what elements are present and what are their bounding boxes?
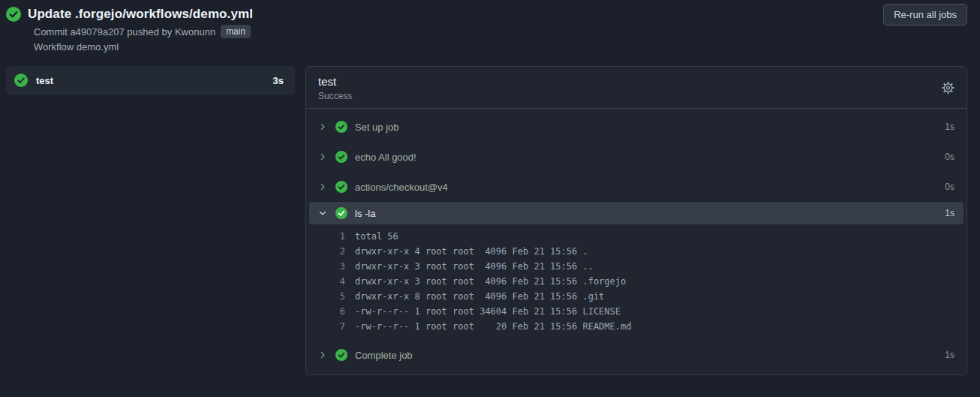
step-duration: 1s <box>945 208 954 218</box>
log-line-text: total 56 <box>355 231 398 242</box>
check-circle-icon <box>335 121 347 133</box>
step-duration: 0s <box>945 182 954 192</box>
log-line: 2 drwxr-xr-x 4 root root 4096 Feb 21 15:… <box>306 244 966 259</box>
log-line-number[interactable]: 2 <box>306 246 345 257</box>
check-circle-icon <box>6 7 21 22</box>
check-circle-icon <box>335 207 347 219</box>
branch-badge[interactable]: main <box>221 25 251 38</box>
log-line: 4 drwxr-xr-x 3 root root 4096 Feb 21 15:… <box>306 274 966 289</box>
log-line-text: -rw-r--r-- 1 root root 20 Feb 21 15:56 R… <box>355 321 631 332</box>
rerun-all-jobs-button[interactable]: Re-run all jobs <box>883 4 967 26</box>
chevron-down-icon <box>318 209 329 218</box>
step-log-output: 1 total 56 2 drwxr-xr-x 4 root root 4096… <box>306 224 966 340</box>
job-detail-panel: test Success <box>305 66 967 375</box>
step-duration: 1s <box>945 122 954 132</box>
step-label: ls -la <box>355 208 375 219</box>
log-line-number[interactable]: 7 <box>306 321 345 332</box>
chevron-right-icon <box>318 350 329 359</box>
step-label: actions/checkout@v4 <box>355 182 448 193</box>
log-line-number[interactable]: 6 <box>306 306 345 317</box>
job-title: test <box>318 75 954 88</box>
step-duration: 0s <box>945 152 954 162</box>
check-circle-icon <box>14 74 28 87</box>
job-status-text: Success <box>318 91 954 101</box>
job-panel-header: test Success <box>306 67 966 109</box>
run-header: Update .forgejo/workflows/demo.yml Commi… <box>0 0 980 60</box>
step-label: Complete job <box>355 350 413 361</box>
log-line-text: -rw-r--r-- 1 root root 34604 Feb 21 15:5… <box>355 306 621 317</box>
chevron-right-icon <box>318 152 329 161</box>
job-duration: 3s <box>273 75 284 86</box>
step-duration: 1s <box>945 350 954 360</box>
commit-info: Commit a49079a207 pushed by Kwonunn <box>34 26 215 38</box>
check-circle-icon <box>335 151 347 163</box>
log-line-text: drwxr-xr-x 3 root root 4096 Feb 21 15:56… <box>355 276 626 287</box>
jobs-sidebar: test 3s <box>6 66 295 95</box>
log-line: 3 drwxr-xr-x 3 root root 4096 Feb 21 15:… <box>306 259 966 274</box>
log-line-number[interactable]: 5 <box>306 291 345 302</box>
check-circle-icon <box>335 181 347 193</box>
step-label: echo All good! <box>355 152 416 163</box>
log-line-text: drwxr-xr-x 4 root root 4096 Feb 21 15:56… <box>355 246 588 257</box>
job-name: test <box>36 75 53 86</box>
check-circle-icon <box>335 349 347 361</box>
log-line-number[interactable]: 1 <box>306 231 345 242</box>
step-row-complete-job[interactable]: Complete job 1s <box>306 340 966 370</box>
log-line: 5 drwxr-xr-x 8 root root 4096 Feb 21 15:… <box>306 289 966 304</box>
gear-icon[interactable] <box>941 80 955 95</box>
chevron-right-icon <box>318 122 329 131</box>
step-row-echo[interactable]: echo All good! 0s <box>306 142 966 172</box>
log-line-text: drwxr-xr-x 3 root root 4096 Feb 21 15:56… <box>355 261 594 272</box>
log-line: 6 -rw-r--r-- 1 root root 34604 Feb 21 15… <box>306 304 966 319</box>
step-row-checkout[interactable]: actions/checkout@v4 0s <box>306 172 966 202</box>
sidebar-job-test[interactable]: test 3s <box>6 66 295 95</box>
log-line-number[interactable]: 3 <box>306 261 345 272</box>
page-title: Update .forgejo/workflows/demo.yml <box>28 7 253 22</box>
step-label: Set up job <box>355 122 399 133</box>
log-line: 1 total 56 <box>306 229 966 244</box>
chevron-right-icon <box>318 182 329 191</box>
log-line-text: drwxr-xr-x 8 root root 4096 Feb 21 15:56… <box>355 291 604 302</box>
step-row-setup-job[interactable]: Set up job 1s <box>306 112 966 142</box>
workflow-info: Workflow demo.yml <box>34 41 119 53</box>
log-line-number[interactable]: 4 <box>306 276 345 287</box>
job-steps-list: Set up job 1s echo All good! 0s <box>306 109 966 375</box>
log-line: 7 -rw-r--r-- 1 root root 20 Feb 21 15:56… <box>306 319 966 334</box>
step-row-ls-la[interactable]: ls -la 1s <box>309 202 963 224</box>
